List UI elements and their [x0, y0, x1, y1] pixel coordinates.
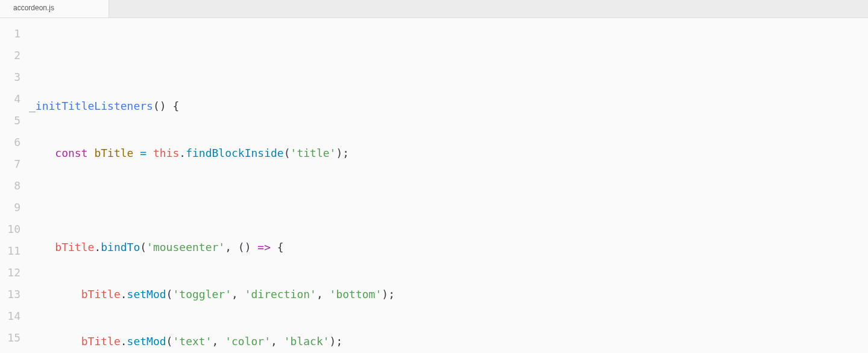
- token-object: bTitle: [81, 335, 121, 348]
- code-line: [29, 48, 868, 70]
- code-line: const bTitle = this.findBlockInside('tit…: [29, 142, 868, 164]
- line-number: 8: [0, 175, 20, 197]
- line-number: 3: [0, 66, 20, 88]
- token-call: setMod: [127, 288, 166, 301]
- code-line: bTitle.setMod('text', 'color', 'black');: [29, 331, 868, 352]
- token-string: 'toggler': [172, 288, 231, 301]
- line-number: 12: [0, 262, 20, 284]
- line-number: 2: [0, 45, 20, 66]
- token-object: bTitle: [55, 241, 94, 253]
- gutter: 1 2 3 4 5 6 7 8 9 10 11 12 13 14 15: [0, 18, 29, 353]
- line-number: 11: [0, 240, 20, 262]
- code-editor[interactable]: 1 2 3 4 5 6 7 8 9 10 11 12 13 14 15 _ini…: [0, 18, 868, 353]
- code-line: [29, 189, 868, 211]
- token-string: 'color': [225, 335, 271, 348]
- token-string: 'title': [291, 147, 336, 159]
- token-arrow: =>: [257, 241, 271, 253]
- token-string: 'direction': [245, 288, 316, 301]
- token-call: findBlockInside: [186, 147, 284, 159]
- line-number: 6: [0, 132, 20, 153]
- token-object: bTitle: [81, 288, 121, 301]
- token-string: 'black': [284, 335, 330, 348]
- line-number: 14: [0, 305, 20, 327]
- line-number: 10: [0, 218, 20, 240]
- code-line: bTitle.setMod('toggler', 'direction', 'b…: [29, 284, 868, 305]
- line-number: 9: [0, 197, 20, 218]
- line-number: 15: [0, 327, 20, 349]
- token-call: bindTo: [101, 241, 140, 253]
- line-number: 7: [0, 153, 20, 175]
- line-number: 4: [0, 88, 20, 110]
- code-line: _initTitleListeners() {: [29, 95, 868, 117]
- tab-accordeon[interactable]: accordeon.js: [0, 0, 109, 17]
- code-line: bTitle.bindTo('mouseenter', () => {: [29, 237, 868, 258]
- line-number: 1: [0, 23, 20, 45]
- line-number: 13: [0, 284, 20, 305]
- tab-bar: accordeon.js: [0, 0, 868, 18]
- token-string: 'bottom': [330, 288, 382, 301]
- code-area[interactable]: _initTitleListeners() { const bTitle = t…: [29, 18, 868, 353]
- token-string: 'mouseenter': [146, 241, 225, 253]
- token-keyword: const: [55, 147, 87, 159]
- token-this: this: [153, 147, 179, 159]
- token-call: setMod: [127, 335, 166, 348]
- token-function: _initTitleListeners: [29, 100, 153, 112]
- line-number: 5: [0, 110, 20, 132]
- token-string: 'text': [172, 335, 212, 348]
- token-variable: bTitle: [94, 147, 133, 159]
